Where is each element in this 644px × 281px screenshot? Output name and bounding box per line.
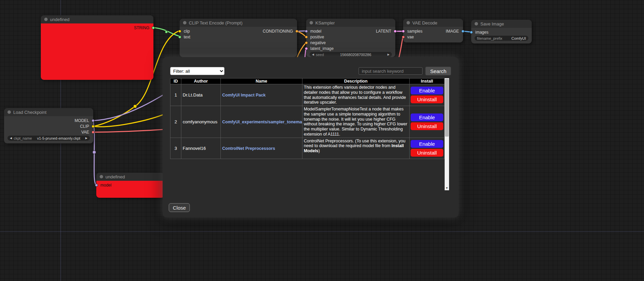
cell-author: comfyanonymous xyxy=(181,106,221,138)
cell-name: ComfyUI Impact Pack xyxy=(221,84,302,106)
graph-canvas[interactable]: undefined STRING CLIP Text Encode (Promp… xyxy=(0,0,644,281)
input-slot-images[interactable] xyxy=(470,31,473,34)
description-text: ) xyxy=(318,148,320,153)
collapse-dot[interactable] xyxy=(44,18,48,21)
uninstall-button[interactable]: Uninstall xyxy=(411,122,443,130)
node-title-bar: undefined xyxy=(41,15,153,23)
extension-table: IDAuthorNameDescriptionInstall 1Dr.Lt.Da… xyxy=(170,78,445,159)
node-vae-decode[interactable]: VAE Decode samples IMAGE vae xyxy=(403,19,463,42)
extension-row: 3Fannovel16ControlNet PreprocessorsContr… xyxy=(170,138,445,159)
node-undefined-bottom[interactable]: undefined model xyxy=(96,173,164,198)
slot-label-vae-out: VAE xyxy=(81,130,89,135)
input-slot-positive[interactable] xyxy=(305,35,308,38)
output-slot-conditioning[interactable] xyxy=(295,30,298,33)
close-button[interactable]: Close xyxy=(169,203,190,212)
extension-link[interactable]: ComfyUI Impact Pack xyxy=(222,93,266,98)
uninstall-button[interactable]: Uninstall xyxy=(411,95,443,103)
slot-label-image: IMAGE xyxy=(446,29,459,34)
scrollbar[interactable]: ▼ xyxy=(445,78,449,190)
input-slot-text[interactable] xyxy=(178,35,181,38)
column-header-name: Name xyxy=(221,78,302,84)
extension-link[interactable]: ComfyUI_experiments/sampler_tonemap xyxy=(222,120,302,124)
slot-label-model-out: MODEL xyxy=(75,118,89,123)
node-title: KSampler xyxy=(315,20,335,25)
input-slot-samples[interactable] xyxy=(402,30,405,33)
node-title-bar: CLIP Text Encode (Prompt) xyxy=(180,19,297,27)
input-slot-latent-image[interactable] xyxy=(305,47,308,50)
description-text: ModelSamplerTonemapNoiseTest a node that… xyxy=(304,107,407,137)
collapse-dot[interactable] xyxy=(475,22,478,25)
cell-name: ControlNet Preprocessors xyxy=(221,138,302,159)
node-title-bar: Save Image xyxy=(471,20,532,28)
node-title-bar: VAE Decode xyxy=(403,19,463,27)
slot-label-clip-out: CLIP xyxy=(80,124,89,129)
node-body: samples IMAGE vae xyxy=(403,27,463,42)
collapse-dot[interactable] xyxy=(310,21,313,24)
widget-value: 156680208700286 xyxy=(340,53,371,57)
slot-label-text: text xyxy=(184,35,190,39)
description-text: ControlNet Preprocessors. (To use this e… xyxy=(304,139,406,148)
collapse-dot[interactable] xyxy=(100,175,103,178)
output-slot-image[interactable] xyxy=(461,30,464,33)
search-input[interactable] xyxy=(359,67,423,75)
enable-button[interactable]: Enable xyxy=(411,140,443,148)
slot-label-string: STRING xyxy=(134,25,149,30)
input-slot-model[interactable] xyxy=(305,30,308,33)
input-slot-model[interactable] xyxy=(95,183,98,187)
node-title-bar: Load Checkpoint xyxy=(4,108,93,116)
decrement-arrow-icon[interactable]: ◀ xyxy=(312,52,314,57)
column-header-id: ID xyxy=(170,78,181,84)
decrement-arrow-icon[interactable]: ◀ xyxy=(10,136,12,141)
output-slot-string[interactable] xyxy=(152,26,155,29)
node-title: Save Image xyxy=(480,21,504,27)
output-slot-clip[interactable] xyxy=(92,125,95,128)
input-slot-clip[interactable] xyxy=(178,30,181,33)
slot-label-positive: positive xyxy=(310,35,324,39)
widget-value: v1-5-pruned-emaonly.ckpt xyxy=(37,136,80,140)
scrollbar-thumb[interactable] xyxy=(445,79,449,137)
enable-button[interactable]: Enable xyxy=(411,113,443,121)
cell-id: 2 xyxy=(170,106,181,138)
output-slot-latent[interactable] xyxy=(394,30,397,33)
uninstall-button[interactable]: Uninstall xyxy=(411,149,443,157)
cell-id: 1 xyxy=(170,84,181,106)
link-dot-clip[interactable] xyxy=(133,105,137,108)
widget-seed[interactable]: ◀ seed 156680208700286 ▶ xyxy=(310,52,392,57)
widget-filename-prefix[interactable]: filename_prefix ComfyUI xyxy=(475,36,528,41)
scrollbar-down-arrow-icon[interactable]: ▼ xyxy=(445,186,449,190)
node-title: VAE Decode xyxy=(412,20,437,25)
node-body: model LATENT positive negative latent_im… xyxy=(306,27,395,57)
widget-name: seed xyxy=(316,53,324,57)
node-ksampler[interactable]: KSampler model LATENT positive negative … xyxy=(306,19,395,57)
cell-name: ComfyUI_experiments/sampler_tonemap xyxy=(221,106,302,138)
node-save-image[interactable]: Save Image images filename_prefix ComfyU… xyxy=(471,20,532,43)
input-slot-vae[interactable] xyxy=(402,35,405,38)
enable-button[interactable]: Enable xyxy=(411,87,443,94)
manager-dialog: Filter: all Search IDAuthorNameDescripti… xyxy=(163,57,459,217)
collapse-dot[interactable] xyxy=(183,21,186,24)
node-load-checkpoint[interactable]: Load Checkpoint MODEL CLIP VAE ◀ ckpt_na… xyxy=(4,108,93,143)
collapse-dot[interactable] xyxy=(7,110,11,114)
node-title-bar: undefined xyxy=(96,173,164,181)
slot-label-latent: LATENT xyxy=(376,29,391,34)
extension-table-wrap: IDAuthorNameDescriptionInstall 1Dr.Lt.Da… xyxy=(170,78,451,190)
widget-value: ComfyUI xyxy=(511,36,526,40)
increment-arrow-icon[interactable]: ▶ xyxy=(387,52,390,57)
output-slot-model[interactable] xyxy=(92,119,95,122)
link-dot-string[interactable] xyxy=(165,31,168,33)
extension-table-head-row: IDAuthorNameDescriptionInstall xyxy=(170,78,445,84)
link-dot-model[interactable] xyxy=(93,151,96,154)
search-button[interactable]: Search xyxy=(425,67,451,75)
node-undefined-top[interactable]: undefined STRING xyxy=(41,15,153,80)
collapse-dot[interactable] xyxy=(407,21,410,24)
increment-arrow-icon[interactable]: ▶ xyxy=(85,136,87,141)
input-slot-negative[interactable] xyxy=(305,41,308,44)
node-clip-text-encode[interactable]: CLIP Text Encode (Prompt) clip CONDITION… xyxy=(180,19,297,57)
cell-author: Fannovel16 xyxy=(181,138,221,159)
widget-ckpt-name[interactable]: ◀ ckpt_name v1-5-pruned-emaonly.ckpt ▶ xyxy=(7,136,90,141)
output-slot-vae[interactable] xyxy=(92,130,95,134)
slot-label-negative: negative xyxy=(310,40,326,45)
filter-select[interactable]: Filter: all xyxy=(170,67,225,75)
extension-link[interactable]: ControlNet Preprocessors xyxy=(222,146,275,151)
cell-description: This extension offers various detector n… xyxy=(302,84,410,106)
